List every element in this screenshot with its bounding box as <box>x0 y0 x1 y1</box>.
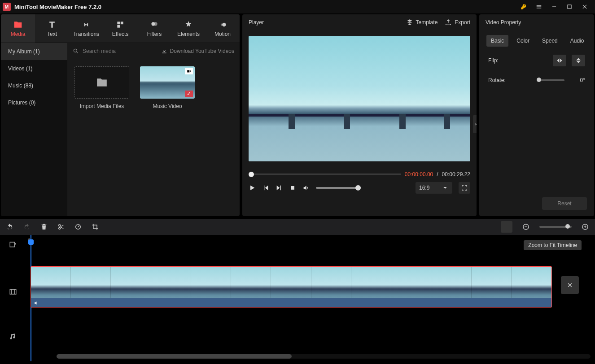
zoom-fit-tooltip: Zoom to Fit Timeline <box>524 240 582 250</box>
download-label: Download YouTube Videos <box>170 48 234 54</box>
svg-point-10 <box>221 23 223 26</box>
tab-label: Elements <box>177 31 200 37</box>
total-time: 00:00:29.22 <box>442 171 470 178</box>
chevron-down-icon <box>442 184 449 191</box>
minimize-button[interactable] <box>547 0 562 13</box>
search-input[interactable] <box>83 48 158 54</box>
export-icon <box>445 19 452 26</box>
svg-rect-4 <box>117 22 120 24</box>
app-title: MiniTool MovieMaker Free 7.2.0 <box>14 4 101 10</box>
tab-label: Filters <box>147 31 162 37</box>
svg-rect-1 <box>568 5 571 9</box>
collapse-property-toggle[interactable] <box>473 115 477 133</box>
svg-rect-6 <box>117 25 120 27</box>
prop-tab-color[interactable]: Color <box>512 35 534 47</box>
sidebar-item-music[interactable]: Music (88) <box>1 77 67 94</box>
speed-button[interactable] <box>74 223 82 230</box>
rotate-label: Rotate: <box>488 77 510 83</box>
redo-button[interactable] <box>23 223 31 230</box>
transition-slot-button[interactable] <box>561 276 579 294</box>
property-panel: Video Property Basic Color Speed Audio F… <box>479 14 594 216</box>
next-frame-button[interactable] <box>276 184 283 191</box>
flip-vertical-button[interactable] <box>572 55 585 66</box>
title-bar: M MiniTool MovieMaker Free 7.2.0 <box>0 0 595 13</box>
volume-icon[interactable] <box>302 184 310 191</box>
player-title: Player <box>249 19 264 26</box>
media-sidebar: My Album (1) Videos (1) Music (88) Pictu… <box>1 43 67 216</box>
svg-rect-13 <box>291 186 294 190</box>
media-clip-card[interactable]: ✓ Music Video <box>140 66 195 109</box>
timeline: 0s Zoom to Fit Timeline <box>0 235 595 361</box>
scrub-bar[interactable] <box>249 173 401 175</box>
flip-label: Flip: <box>488 57 510 64</box>
sidebar-item-my-album[interactable]: My Album (1) <box>1 43 67 60</box>
tab-transitions[interactable]: Transitions <box>69 14 103 43</box>
split-button[interactable] <box>57 223 65 230</box>
download-youtube-button[interactable]: Download YouTube Videos <box>161 48 234 54</box>
prev-frame-button[interactable] <box>262 184 269 191</box>
time-ruler[interactable]: 0s <box>26 235 595 247</box>
flip-horizontal-button[interactable] <box>553 55 566 66</box>
selected-check-icon: ✓ <box>185 91 193 97</box>
tab-elements[interactable]: Elements <box>171 14 206 43</box>
svg-rect-20 <box>10 242 15 247</box>
prop-tab-speed[interactable]: Speed <box>538 35 562 47</box>
timeline-toolbar <box>0 219 595 235</box>
close-button[interactable] <box>577 0 592 13</box>
top-tabs: Media Text Transitions Effects Filters E… <box>1 14 240 43</box>
tab-motion[interactable]: Motion <box>206 14 240 43</box>
app-logo: M <box>3 3 11 11</box>
timeline-scrollbar[interactable] <box>57 354 591 359</box>
folder-icon <box>96 77 108 88</box>
template-button[interactable]: Template <box>406 19 438 26</box>
video-preview <box>249 36 470 161</box>
clip-label: Music Video <box>140 103 195 109</box>
license-key-icon[interactable] <box>516 0 531 13</box>
tab-label: Text <box>47 31 57 37</box>
undo-button[interactable] <box>6 223 13 230</box>
reset-button[interactable]: Reset <box>542 197 587 210</box>
play-button[interactable] <box>249 184 256 191</box>
crop-button[interactable] <box>92 223 99 230</box>
stop-button[interactable] <box>289 184 296 191</box>
add-track-button[interactable] <box>0 235 26 256</box>
video-clip[interactable] <box>31 266 552 308</box>
volume-slider[interactable] <box>316 187 361 189</box>
svg-point-8 <box>153 22 157 26</box>
rotate-slider[interactable] <box>537 79 564 81</box>
player-panel: Player Template Export 00:00:00.00 / 00:… <box>242 14 477 216</box>
tab-effects[interactable]: Effects <box>103 14 137 43</box>
delete-button[interactable] <box>40 223 48 230</box>
tab-filters[interactable]: Filters <box>137 14 171 43</box>
menu-icon[interactable] <box>531 0 547 13</box>
prop-tab-audio[interactable]: Audio <box>566 35 589 47</box>
search-icon <box>73 48 79 54</box>
template-icon <box>406 19 413 26</box>
tab-label: Media <box>11 31 26 37</box>
svg-point-11 <box>74 49 77 52</box>
export-button[interactable]: Export <box>445 19 470 26</box>
aspect-ratio-dropdown[interactable]: 16:9 <box>416 182 452 194</box>
media-search-bar: Download YouTube Videos <box>67 43 240 59</box>
import-label: Import Media Files <box>74 103 129 109</box>
sidebar-item-pictures[interactable]: Pictures (0) <box>1 94 67 111</box>
property-title: Video Property <box>486 19 521 26</box>
prop-tab-basic[interactable]: Basic <box>486 35 508 47</box>
clip-audio-icon[interactable] <box>33 300 40 306</box>
tab-text[interactable]: Text <box>35 14 69 43</box>
fullscreen-button[interactable] <box>459 182 470 194</box>
maximize-button[interactable] <box>562 0 577 13</box>
zoom-slider[interactable] <box>539 226 572 228</box>
sidebar-item-videos[interactable]: Videos (1) <box>1 60 67 77</box>
tab-label: Motion <box>214 31 231 37</box>
media-panel: Media Text Transitions Effects Filters E… <box>1 14 240 216</box>
tab-label: Effects <box>112 31 128 37</box>
import-media-card[interactable]: Import Media Files <box>74 66 129 109</box>
time-separator: / <box>437 171 438 178</box>
video-type-icon <box>185 68 193 74</box>
tab-label: Transitions <box>73 31 99 37</box>
tab-media[interactable]: Media <box>1 14 35 43</box>
zoom-fit-button[interactable] <box>501 221 512 233</box>
zoom-in-button[interactable] <box>582 223 589 230</box>
zoom-out-button[interactable] <box>522 223 529 230</box>
